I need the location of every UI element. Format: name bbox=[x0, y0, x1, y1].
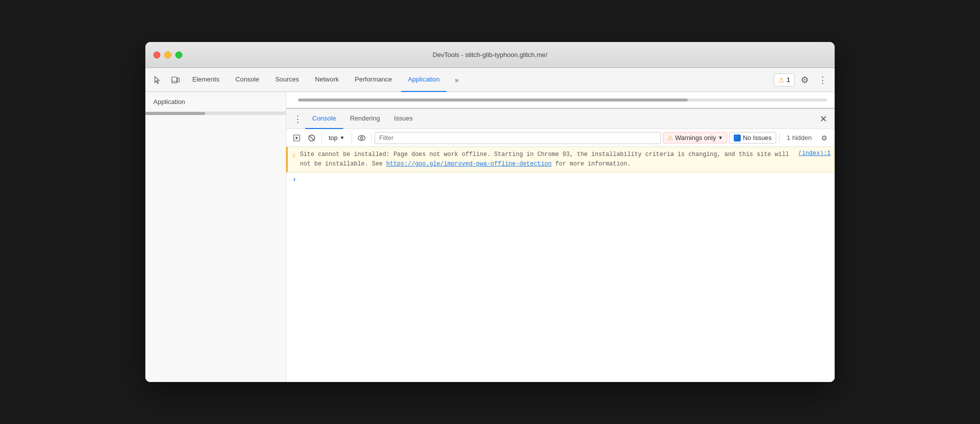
warning-message-row: ⚠ Site cannot be installed: Page does no… bbox=[286, 147, 835, 172]
right-panel-scrollbar-thumb[interactable] bbox=[298, 98, 688, 102]
tab-network[interactable]: Network bbox=[308, 68, 346, 92]
svg-point-7 bbox=[358, 136, 365, 140]
tab-console[interactable]: Console bbox=[228, 68, 266, 92]
tab-sources[interactable]: Sources bbox=[268, 68, 306, 92]
console-tabs-bar: ⋮ Console Rendering Issues ✕ bbox=[286, 109, 835, 129]
warning-filter-icon: ⚠ bbox=[667, 134, 673, 142]
svg-marker-4 bbox=[296, 136, 298, 140]
main-area: Application ⋮ Console bbox=[145, 92, 835, 382]
separator-3 bbox=[371, 133, 372, 143]
console-settings-button[interactable]: ⚙ bbox=[818, 132, 831, 144]
separator-2 bbox=[352, 133, 352, 143]
left-panel-scrollbar[interactable] bbox=[145, 112, 286, 115]
warnings-only-button[interactable]: ⚠ Warnings only ▼ bbox=[663, 132, 728, 144]
play-icon bbox=[293, 134, 300, 142]
right-panel-scrollbar[interactable] bbox=[298, 98, 827, 102]
left-panel: Application bbox=[145, 92, 286, 382]
cursor-icon bbox=[153, 76, 162, 84]
execute-button[interactable] bbox=[290, 132, 303, 144]
devtools-toolbar: Elements Console Sources Network Perform… bbox=[145, 68, 835, 92]
filter-input[interactable] bbox=[375, 132, 661, 144]
chevron-down-icon: ▼ bbox=[340, 135, 345, 140]
window-title: DevTools - stitch-glib-typhoon.glitch.me… bbox=[433, 51, 547, 58]
tab-elements[interactable]: Elements bbox=[185, 68, 226, 92]
console-panel: ⋮ Console Rendering Issues ✕ bbox=[286, 108, 835, 382]
maximize-button[interactable] bbox=[175, 52, 182, 58]
no-issues-button[interactable]: 🔵 No Issues bbox=[729, 132, 776, 144]
warning-icon: ⚠ bbox=[778, 76, 785, 84]
console-tab-rendering[interactable]: Rendering bbox=[343, 109, 387, 129]
warning-count: 1 bbox=[787, 76, 790, 84]
close-button[interactable] bbox=[153, 52, 160, 58]
more-options-button[interactable]: ⋮ bbox=[815, 72, 831, 88]
svg-point-8 bbox=[360, 136, 363, 139]
traffic-lights bbox=[153, 52, 182, 58]
prompt-arrow-icon: › bbox=[292, 176, 296, 184]
device-icon-button[interactable] bbox=[167, 72, 183, 88]
hidden-count: 1 hidden bbox=[783, 134, 816, 142]
settings-button[interactable]: ⚙ bbox=[797, 72, 813, 88]
left-panel-scrollbar-thumb[interactable] bbox=[145, 112, 205, 115]
issues-icon: 🔵 bbox=[734, 134, 741, 142]
warning-source-link[interactable]: (index):1 bbox=[798, 150, 831, 157]
warning-badge[interactable]: ⚠ 1 bbox=[774, 74, 795, 86]
tab-performance[interactable]: Performance bbox=[348, 68, 399, 92]
separator-1 bbox=[321, 133, 322, 143]
warning-triangle-icon: ⚠ bbox=[292, 150, 296, 159]
separator-4 bbox=[779, 133, 780, 143]
console-tab-console[interactable]: Console bbox=[305, 109, 343, 129]
left-panel-header: Application bbox=[145, 92, 286, 112]
console-toolbar: top ▼ ⚠ Warnings only bbox=[286, 129, 835, 147]
svg-line-6 bbox=[309, 136, 314, 140]
tab-application[interactable]: Application bbox=[401, 68, 447, 92]
svg-rect-0 bbox=[172, 77, 177, 83]
warning-message-text: Site cannot be installed: Page does not … bbox=[300, 150, 794, 169]
cursor-icon-button[interactable] bbox=[149, 72, 165, 88]
right-panel: ⋮ Console Rendering Issues ✕ bbox=[286, 92, 835, 382]
console-menu-button[interactable]: ⋮ bbox=[290, 112, 305, 126]
clear-button[interactable] bbox=[305, 132, 318, 144]
eye-icon bbox=[358, 135, 366, 141]
more-tabs-button[interactable]: » bbox=[449, 72, 465, 88]
console-tab-issues[interactable]: Issues bbox=[387, 109, 420, 129]
block-icon bbox=[308, 134, 316, 142]
title-bar: DevTools - stitch-glib-typhoon.glitch.me… bbox=[145, 42, 835, 68]
eye-button[interactable] bbox=[355, 132, 368, 144]
warning-link[interactable]: https://goo.gle/improved-pwa-offline-det… bbox=[386, 160, 551, 168]
console-content: ⚠ Site cannot be installed: Page does no… bbox=[286, 147, 835, 382]
svg-rect-1 bbox=[177, 78, 179, 82]
device-icon bbox=[171, 76, 180, 84]
devtools-window: DevTools - stitch-glib-typhoon.glitch.me… bbox=[145, 42, 835, 382]
minimize-button[interactable] bbox=[164, 52, 171, 58]
warnings-dropdown-icon: ▼ bbox=[718, 135, 723, 140]
console-prompt-line: › bbox=[286, 172, 835, 186]
context-selector[interactable]: top ▼ bbox=[325, 133, 349, 142]
console-close-button[interactable]: ✕ bbox=[816, 112, 831, 126]
right-panel-top bbox=[286, 92, 835, 108]
